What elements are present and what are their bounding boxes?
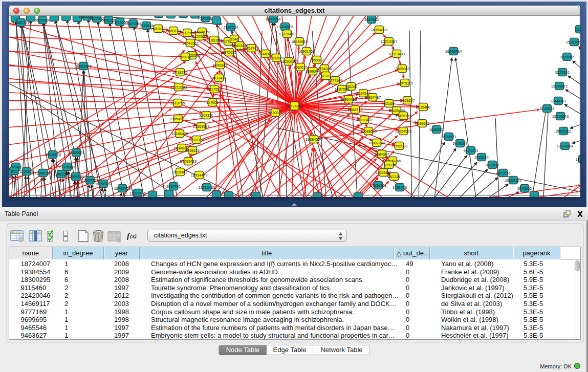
svg-text:12444187: 12444187 bbox=[550, 99, 567, 103]
svg-text:9127505: 9127505 bbox=[192, 34, 207, 39]
svg-text:2242845: 2242845 bbox=[213, 63, 227, 68]
svg-text:9474444: 9474444 bbox=[464, 148, 478, 153]
svg-text:9777169: 9777169 bbox=[328, 78, 342, 83]
svg-text:9084067: 9084067 bbox=[375, 152, 389, 157]
svg-text:20364436: 20364436 bbox=[340, 97, 357, 102]
svg-text:16154808: 16154808 bbox=[371, 28, 387, 32]
svg-text:15751074: 15751074 bbox=[566, 40, 580, 45]
svg-text:10807487: 10807487 bbox=[364, 95, 381, 100]
svg-text:252214: 252214 bbox=[388, 174, 400, 179]
svg-text:117006: 117006 bbox=[206, 100, 219, 105]
svg-text:1640953: 1640953 bbox=[429, 127, 444, 132]
svg-text:10688609: 10688609 bbox=[360, 129, 377, 134]
svg-text:12942757: 12942757 bbox=[35, 171, 51, 176]
svg-text:1117: 1117 bbox=[576, 27, 580, 32]
svg-text:17359924: 17359924 bbox=[68, 150, 84, 155]
svg-text:1498222: 1498222 bbox=[185, 148, 200, 153]
svg-text:1733426: 1733426 bbox=[393, 185, 407, 190]
svg-text:8471676: 8471676 bbox=[496, 171, 510, 176]
svg-text:8454749: 8454749 bbox=[244, 46, 258, 51]
svg-text:12975115: 12975115 bbox=[397, 81, 413, 85]
svg-text:8813054: 8813054 bbox=[266, 17, 280, 21]
svg-text:7357224: 7357224 bbox=[224, 25, 238, 30]
svg-text:1463627: 1463627 bbox=[400, 98, 415, 103]
svg-text:17016504: 17016504 bbox=[557, 144, 573, 148]
svg-text:8375685: 8375685 bbox=[222, 50, 236, 55]
svg-text:16961758: 16961758 bbox=[298, 49, 315, 54]
svg-text:9427552: 9427552 bbox=[207, 87, 222, 92]
svg-text:16782759: 16782759 bbox=[114, 186, 130, 191]
svg-text:12213383: 12213383 bbox=[170, 85, 187, 90]
svg-text:18724007: 18724007 bbox=[286, 104, 303, 108]
svg-text:11923446: 11923446 bbox=[129, 191, 146, 195]
svg-text:7955812: 7955812 bbox=[310, 58, 324, 62]
svg-text:1615132: 1615132 bbox=[382, 163, 396, 167]
svg-text:1167533: 1167533 bbox=[576, 157, 580, 162]
svg-text:9245052: 9245052 bbox=[517, 186, 532, 191]
svg-text:12213387: 12213387 bbox=[381, 39, 397, 44]
svg-text:10958107: 10958107 bbox=[95, 182, 112, 186]
svg-text:12093872: 12093872 bbox=[551, 84, 568, 89]
svg-text:989017: 989017 bbox=[179, 55, 191, 59]
svg-text:54099489: 54099489 bbox=[180, 159, 197, 164]
svg-text:1546: 1546 bbox=[230, 37, 238, 41]
svg-text:18640910: 18640910 bbox=[291, 39, 308, 44]
svg-text:8186328: 8186328 bbox=[207, 38, 221, 42]
svg-text:8938923: 8938923 bbox=[442, 135, 456, 139]
svg-text:19166425: 19166425 bbox=[171, 132, 188, 136]
svg-text:9227341: 9227341 bbox=[555, 70, 570, 75]
svg-text:19654923: 19654923 bbox=[395, 129, 411, 134]
svg-text:9329966: 9329966 bbox=[560, 55, 574, 59]
svg-text:16053809: 16053809 bbox=[198, 16, 214, 20]
svg-text:19384554: 19384554 bbox=[306, 137, 322, 142]
svg-text:9115460: 9115460 bbox=[416, 105, 430, 110]
svg-text:9457791: 9457791 bbox=[166, 184, 181, 189]
svg-text:14136141: 14136141 bbox=[370, 183, 386, 188]
svg-text:15720407: 15720407 bbox=[356, 118, 373, 122]
svg-text:16543362: 16543362 bbox=[182, 41, 199, 46]
svg-text:19218506: 19218506 bbox=[277, 25, 293, 29]
svg-text:10654122: 10654122 bbox=[505, 178, 521, 183]
svg-text:6479197: 6479197 bbox=[453, 141, 467, 146]
svg-text:1610755: 1610755 bbox=[170, 101, 185, 105]
svg-text:6497508: 6497508 bbox=[335, 87, 349, 92]
svg-text:2087682: 2087682 bbox=[364, 17, 379, 22]
svg-text:16648784: 16648784 bbox=[445, 49, 462, 54]
svg-text:7663822: 7663822 bbox=[151, 27, 165, 31]
svg-text:1830021: 1830021 bbox=[268, 111, 282, 115]
svg-text:8215955: 8215955 bbox=[540, 106, 554, 111]
svg-text:20691406: 20691406 bbox=[34, 18, 51, 23]
svg-text:7625402: 7625402 bbox=[173, 170, 187, 174]
svg-text:18220157: 18220157 bbox=[280, 59, 297, 64]
svg-text:13716485: 13716485 bbox=[199, 185, 215, 190]
svg-text:7632621: 7632621 bbox=[485, 163, 499, 167]
svg-text:16914479: 16914479 bbox=[191, 173, 207, 178]
svg-text:3267110: 3267110 bbox=[199, 113, 213, 118]
svg-text:15692931: 15692931 bbox=[555, 129, 572, 134]
svg-text:2935114: 2935114 bbox=[474, 155, 489, 160]
svg-text:20053346: 20053346 bbox=[75, 64, 92, 69]
svg-text:1156829: 1156829 bbox=[19, 169, 34, 174]
svg-text:7485063: 7485063 bbox=[395, 67, 409, 71]
svg-text:13125419: 13125419 bbox=[279, 32, 295, 36]
svg-text:2718176: 2718176 bbox=[173, 70, 187, 75]
svg-text:19756928: 19756928 bbox=[391, 144, 407, 148]
svg-text:20206576: 20206576 bbox=[45, 152, 61, 157]
svg-text:13353583: 13353583 bbox=[193, 124, 209, 129]
svg-text:7866372: 7866372 bbox=[348, 107, 362, 112]
svg-text:20975887: 20975887 bbox=[59, 165, 75, 169]
svg-text:19654933: 19654933 bbox=[170, 117, 186, 121]
svg-text:16210643: 16210643 bbox=[552, 114, 569, 119]
svg-text:18807249: 18807249 bbox=[368, 141, 385, 145]
svg-text:8660124: 8660124 bbox=[166, 29, 181, 33]
svg-text:6794024: 6794024 bbox=[317, 67, 332, 71]
svg-text:13495759: 13495759 bbox=[395, 114, 411, 118]
svg-text:5878312: 5878312 bbox=[189, 138, 204, 142]
svg-text:9699695: 9699695 bbox=[415, 121, 429, 126]
svg-text:62160: 62160 bbox=[384, 101, 394, 106]
svg-text:(x): (x) bbox=[130, 233, 137, 239]
svg-text:10973433: 10973433 bbox=[388, 52, 405, 56]
svg-text:8031474: 8031474 bbox=[212, 76, 226, 80]
